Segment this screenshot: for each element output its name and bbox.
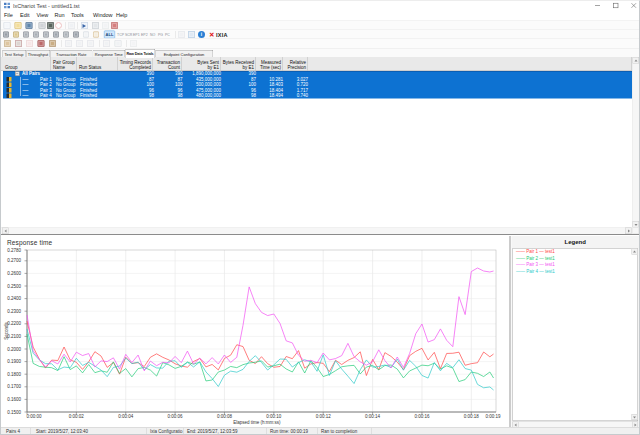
svg-text:0.2700: 0.2700 <box>7 258 21 263</box>
svg-text:0.1500: 0.1500 <box>7 410 21 415</box>
svg-text:0.1700: 0.1700 <box>7 384 21 389</box>
svg-text:0.2300: 0.2300 <box>7 309 21 314</box>
svg-text:0:00:14: 0:00:14 <box>365 414 381 419</box>
svg-text:0:00:19: 0:00:19 <box>485 414 501 419</box>
svg-text:0.1800: 0.1800 <box>7 372 21 377</box>
svg-text:0:00:04: 0:00:04 <box>118 414 134 419</box>
svg-text:0:00:00: 0:00:00 <box>27 414 43 419</box>
svg-text:0:00:18: 0:00:18 <box>464 414 480 419</box>
svg-text:Response time: Response time <box>7 239 53 247</box>
svg-text:0:00:10: 0:00:10 <box>266 414 282 419</box>
svg-text:0:00:06: 0:00:06 <box>168 414 184 419</box>
svg-text:0.2500: 0.2500 <box>7 284 21 289</box>
svg-text:Elapsed time (h:mm:ss): Elapsed time (h:mm:ss) <box>233 420 281 425</box>
svg-text:0:00:08: 0:00:08 <box>217 414 233 419</box>
svg-text:0:00:12: 0:00:12 <box>316 414 332 419</box>
svg-text:0.2200: 0.2200 <box>7 321 21 326</box>
svg-text:0.1600: 0.1600 <box>7 397 21 402</box>
svg-text:0.2000: 0.2000 <box>7 347 21 352</box>
svg-text:Seconds: Seconds <box>4 321 9 339</box>
svg-text:0.1900: 0.1900 <box>7 359 21 364</box>
svg-text:0.2100: 0.2100 <box>7 334 21 339</box>
svg-text:0:00:02: 0:00:02 <box>69 414 85 419</box>
svg-text:0:00:16: 0:00:16 <box>414 414 430 419</box>
svg-text:0.2600: 0.2600 <box>7 271 21 276</box>
svg-text:0.2400: 0.2400 <box>7 296 21 301</box>
svg-text:0.2780: 0.2780 <box>7 248 21 253</box>
